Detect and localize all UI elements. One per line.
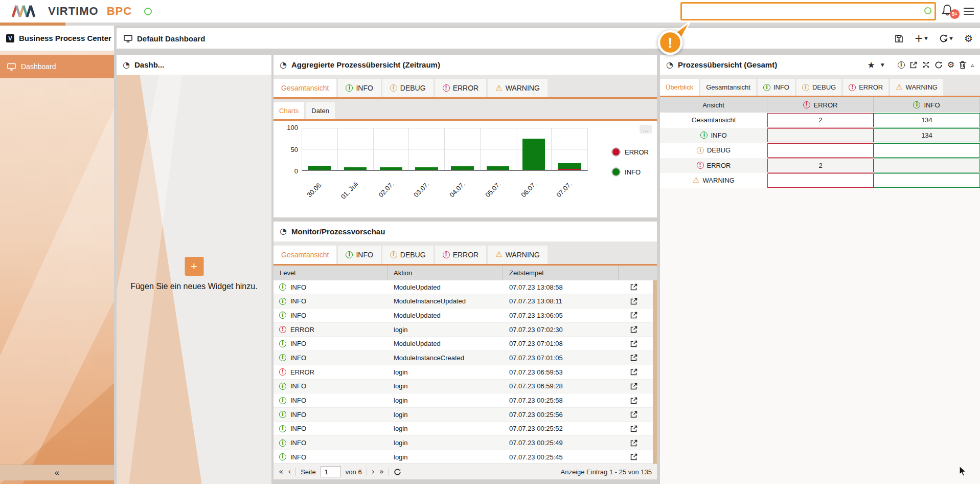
add-widget-menu-button[interactable]: +▼ xyxy=(915,32,928,45)
sidebar-item-dashboard[interactable]: Dashboard xyxy=(0,55,114,78)
open-entry-button[interactable] xyxy=(619,283,649,291)
open-widget-button[interactable] xyxy=(909,61,918,69)
last-page-button[interactable]: » xyxy=(379,467,384,476)
table-row[interactable]: INFO ModuleInstanceUpdated 07.07.23 13:0… xyxy=(274,294,657,309)
scrollbar-thumb[interactable] xyxy=(653,280,657,464)
open-entry-button[interactable] xyxy=(619,453,649,461)
table-row[interactable]: INFO login 07.07.23 00:25:45 xyxy=(274,450,657,464)
column-header[interactable]: Aktion xyxy=(388,266,503,280)
level-tab[interactable]: INFO xyxy=(338,79,380,97)
chart-y-axis: 100500 xyxy=(274,124,298,175)
column-header[interactable]: INFO xyxy=(874,97,980,113)
table-row[interactable]: INFO login 07.07.23 00:25:58 xyxy=(274,393,657,408)
table-row[interactable]: INFO ModuleUpdated 07.07.23 13:08:58 xyxy=(274,280,657,295)
column-header[interactable]: Level xyxy=(274,266,388,280)
sidebar-collapse-button[interactable]: « xyxy=(0,465,114,480)
level-tab[interactable]: WARNING xyxy=(488,79,548,97)
table-row[interactable]: INFO login 07.07.23 06:59:28 xyxy=(274,380,657,394)
column-header[interactable]: Ansicht xyxy=(660,97,767,113)
overview-tab[interactable]: Überblick xyxy=(660,79,699,96)
main-menu-button[interactable] xyxy=(964,8,974,15)
level-label: INFO xyxy=(290,283,306,291)
open-entry-button[interactable] xyxy=(619,297,649,305)
table-row[interactable]: INFO login 07.07.23 00:25:56 xyxy=(274,408,657,422)
dashboard-settings-button[interactable]: ⚙ xyxy=(964,33,973,44)
info-button[interactable] xyxy=(898,61,905,69)
open-entry-button[interactable] xyxy=(619,382,649,390)
overview-tab[interactable]: Gesamtansicht xyxy=(700,79,756,96)
open-entry-button[interactable] xyxy=(619,311,649,319)
table-row[interactable]: ERROR login 07.07.23 06:59:53 xyxy=(274,365,657,380)
add-widget-button[interactable]: + xyxy=(185,257,203,276)
view-cell: INFO xyxy=(660,128,767,143)
monitor-icon xyxy=(124,35,132,42)
table-row[interactable]: ERROR login 07.07.23 07:02:30 xyxy=(274,323,657,337)
column-header[interactable]: Zeitstempel xyxy=(503,266,619,280)
level-icon xyxy=(279,439,286,447)
level-icon xyxy=(279,340,286,347)
action-cell: login xyxy=(388,425,503,432)
table-row[interactable]: INFO 134 xyxy=(660,128,980,143)
widget-settings-button[interactable]: ⚙ xyxy=(947,60,954,70)
table-row[interactable]: DEBUG xyxy=(660,143,980,158)
level-tab[interactable]: Gesamtansicht xyxy=(274,79,336,97)
open-entry-button[interactable] xyxy=(619,410,649,419)
table-row[interactable]: Gesamtansicht 2 134 xyxy=(660,113,980,128)
refresh-table-button[interactable] xyxy=(394,468,401,476)
previous-page-button[interactable]: ‹ xyxy=(288,467,291,476)
open-entry-button[interactable] xyxy=(619,397,649,405)
chart-category-slot xyxy=(516,128,552,170)
table-row[interactable]: INFO login 07.07.23 00:25:52 xyxy=(274,422,657,436)
table-row[interactable]: INFO login 07.07.23 00:25:49 xyxy=(274,436,657,450)
chart-category-slot xyxy=(374,128,409,170)
open-entry-button[interactable] xyxy=(619,354,649,362)
page-number-input[interactable] xyxy=(321,466,341,477)
table-row[interactable]: INFO ModuleUpdated 07.07.23 07:01:08 xyxy=(274,337,657,351)
tab-label: DEBUG xyxy=(400,84,426,92)
level-tab[interactable]: DEBUG xyxy=(382,79,434,97)
subtab[interactable]: Charts xyxy=(274,102,304,119)
subtab[interactable]: Daten xyxy=(306,102,335,119)
chart-data-subtabs: Charts Daten xyxy=(274,99,657,121)
open-entry-button[interactable] xyxy=(619,425,649,433)
external-link-icon xyxy=(630,425,638,433)
level-tab[interactable]: WARNING xyxy=(488,246,548,264)
open-entry-button[interactable] xyxy=(619,325,649,334)
open-entry-button[interactable] xyxy=(619,439,649,447)
overview-tab[interactable]: ERROR xyxy=(843,79,888,96)
level-tab[interactable]: INFO xyxy=(338,246,380,264)
first-page-button[interactable]: « xyxy=(279,467,283,476)
refresh-dashboard-button[interactable]: ▼ xyxy=(939,34,953,43)
refresh-widget-button[interactable] xyxy=(935,61,943,69)
notifications-button[interactable]: 9+ xyxy=(941,4,956,19)
chart-more-button[interactable]: ... xyxy=(640,125,652,134)
open-entry-button[interactable] xyxy=(619,368,649,376)
vertical-scrollbar[interactable] xyxy=(653,280,657,464)
level-tab[interactable]: ERROR xyxy=(435,79,487,97)
level-tab[interactable]: Gesamtansicht xyxy=(274,246,336,264)
table-row[interactable]: ERROR 2 xyxy=(660,158,980,173)
table-row[interactable]: INFO ModuleInstanceCreated 07.07.23 07:0… xyxy=(274,351,657,365)
overview-tab[interactable]: WARNING xyxy=(890,79,943,96)
overview-tab[interactable]: INFO xyxy=(758,79,795,96)
open-entry-button[interactable] xyxy=(619,340,649,348)
column-header[interactable]: ERROR xyxy=(767,97,874,113)
brand-logo[interactable]: VIRTIMO BPC xyxy=(0,4,152,18)
search-input[interactable] xyxy=(680,2,936,20)
save-dashboard-button[interactable] xyxy=(895,34,903,43)
table-row[interactable]: INFO ModuleUpdated 07.07.23 13:06:05 xyxy=(274,309,657,323)
info-count-cell xyxy=(874,159,980,173)
collapse-widget-button[interactable]: ▵ xyxy=(971,61,974,69)
action-cell: ModuleUpdated xyxy=(388,312,503,319)
level-tab[interactable]: DEBUG xyxy=(382,246,434,264)
level-tab[interactable]: ERROR xyxy=(435,246,487,264)
favorite-button[interactable]: ★ xyxy=(867,60,875,70)
chevron-down-icon[interactable]: ▼ xyxy=(881,62,884,68)
delete-widget-button[interactable] xyxy=(959,61,966,69)
overview-tab[interactable]: DEBUG xyxy=(796,79,841,96)
next-page-button[interactable]: › xyxy=(372,467,375,476)
expand-widget-button[interactable] xyxy=(922,61,930,69)
tab-label: ERROR xyxy=(453,84,479,92)
table-row[interactable]: WARNING xyxy=(660,173,980,188)
monitor-widget-title: Monitor/Prozessvorschau xyxy=(291,227,385,236)
